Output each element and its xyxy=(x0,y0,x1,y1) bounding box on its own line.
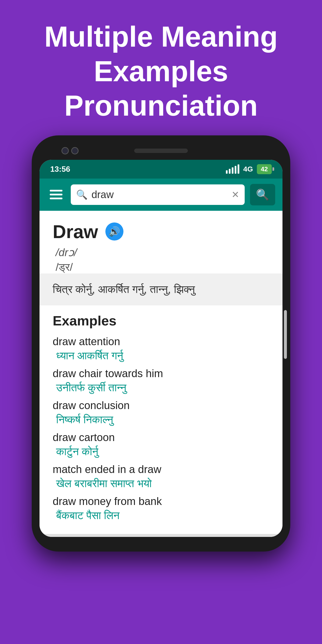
example-ne-4: कार्टुन कोर्नु xyxy=(56,446,269,458)
example-ne-1: ध्यान आकर्षित गर्नु xyxy=(56,350,269,362)
example-item-1: draw attention ध्यान आकर्षित गर्नु xyxy=(53,336,269,362)
word-header: Draw 🔊 xyxy=(53,221,269,242)
menu-line-2 xyxy=(50,194,62,196)
example-item-2: draw chair towards him उनीतर्फ कुर्सी ता… xyxy=(53,367,269,394)
status-time: 13:56 xyxy=(50,165,70,174)
phone-camera-left xyxy=(62,147,69,154)
example-item-5: match ended in a draw खेल बराबरीमा समाप्… xyxy=(53,463,269,490)
search-btn-icon: 🔍 xyxy=(256,188,269,201)
search-icon: 🔍 xyxy=(76,189,88,200)
word-title: Draw xyxy=(53,221,98,242)
header-section: Multiple Meaning Examples Pronunciation xyxy=(0,0,322,136)
menu-button[interactable] xyxy=(47,188,66,201)
side-scroll xyxy=(284,310,287,359)
phone-outer: 13:56 4G 42 xyxy=(32,136,290,552)
toolbar: 🔍 draw ✕ 🔍 xyxy=(40,178,282,211)
search-button[interactable]: 🔍 xyxy=(250,184,275,206)
example-item-4: draw cartoon कार्टुन कोर्नु xyxy=(53,431,269,458)
status-bar: 13:56 4G 42 xyxy=(40,160,282,178)
signal-icon xyxy=(226,164,239,174)
content-area: Draw 🔊 /drɔ/ /ड्र/ xyxy=(40,211,282,274)
meaning-text: चित्र कोर्नु, आकर्षित गर्नु, तान्नु, झिक… xyxy=(53,283,195,295)
example-en-5: match ended in a draw xyxy=(53,463,269,476)
battery-icon: 42 xyxy=(257,164,272,174)
example-en-4: draw cartoon xyxy=(53,431,269,444)
example-ne-5: खेल बराबरीमा समाप्त भयो xyxy=(56,478,269,490)
example-en-1: draw attention xyxy=(53,336,269,348)
example-ne-6: बैंकबाट पैसा लिन xyxy=(56,509,269,522)
phone-speaker xyxy=(134,148,188,153)
header-title: Multiple Meaning Examples Pronunciation xyxy=(15,20,307,123)
search-box: 🔍 draw ✕ xyxy=(71,184,245,205)
meaning-section: चित्र कोर्नु, आकर्षित गर्नु, तान्नु, झिक… xyxy=(40,276,282,303)
phone-camera-right xyxy=(71,147,78,154)
status-right: 4G 42 xyxy=(226,164,272,174)
pronunciation-ne: /ड्र/ xyxy=(56,261,269,274)
scroll-indicator xyxy=(40,534,282,537)
clear-icon[interactable]: ✕ xyxy=(232,189,239,200)
sound-icon: 🔊 xyxy=(108,226,120,237)
network-label: 4G xyxy=(243,165,253,173)
examples-title: Examples xyxy=(53,313,269,328)
example-item-6: draw money from bank बैंकबाट पैसा लिन xyxy=(53,495,269,522)
example-ne-2: उनीतर्फ कुर्सी तान्नु xyxy=(56,382,269,394)
pronunciation-en: /drɔ/ xyxy=(56,246,269,258)
sound-button[interactable]: 🔊 xyxy=(106,222,124,240)
search-input[interactable]: draw xyxy=(92,189,228,200)
menu-line-3 xyxy=(50,198,62,199)
example-en-6: draw money from bank xyxy=(53,495,269,508)
examples-section: Examples draw attention ध्यान आकर्षित गर… xyxy=(40,306,282,534)
phone-notch xyxy=(40,145,282,157)
phone-screen: 13:56 4G 42 xyxy=(40,160,282,537)
example-en-3: draw conclusion xyxy=(53,399,269,412)
example-en-2: draw chair towards him xyxy=(53,367,269,380)
example-ne-3: निष्कर्ष निकाल्नु xyxy=(56,414,269,426)
phone-container: 13:56 4G 42 xyxy=(0,136,322,552)
menu-line-1 xyxy=(50,190,62,192)
example-item-3: draw conclusion निष्कर्ष निकाल्नु xyxy=(53,399,269,426)
